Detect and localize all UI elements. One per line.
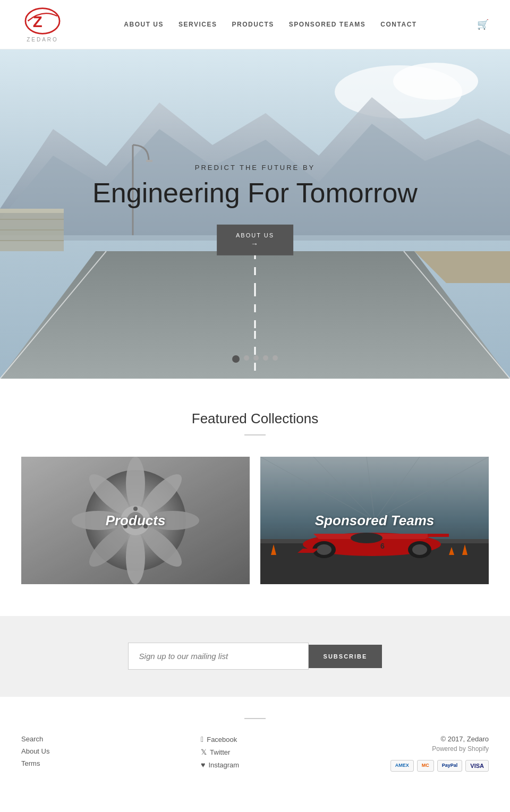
- footer-right-col: © 2017, Zedaro Powered by Shopify AMEX M…: [390, 735, 489, 772]
- mailing-input[interactable]: [128, 643, 309, 670]
- cart-button[interactable]: 🛒: [477, 19, 489, 30]
- featured-grid: Products: [21, 457, 489, 584]
- footer-divider: [244, 718, 266, 719]
- payment-paypal: PayPal: [437, 760, 463, 772]
- subscribe-button[interactable]: SUBSCRIBE: [309, 645, 382, 668]
- slider-dot-4[interactable]: [263, 355, 268, 361]
- footer-columns: Search About Us Terms  Facebook 𝕏 Twitt…: [21, 735, 489, 772]
- footer-left-col: Search About Us Terms: [21, 735, 49, 767]
- logo-icon: Z: [21, 6, 64, 36]
- hero-cta-button[interactable]: ABOUT US →: [217, 225, 293, 255]
- site-footer: Search About Us Terms  Facebook 𝕏 Twitt…: [0, 696, 510, 788]
- nav-sponsored[interactable]: SPONSORED TEAMS: [289, 21, 366, 28]
- footer-link-search[interactable]: Search: [21, 735, 49, 743]
- featured-card-teams[interactable]: 6 Sponsored Teams: [260, 457, 489, 584]
- footer-copyright: © 2017, Zedaro: [390, 735, 489, 743]
- hero-cta-arrow: →: [236, 240, 274, 248]
- payment-visa: VISA: [465, 760, 489, 772]
- hero-cta-label: ABOUT US: [236, 232, 274, 238]
- main-nav: ABOUT US SERVICES PRODUCTS SPONSORED TEA…: [124, 21, 416, 28]
- footer-link-about[interactable]: About Us: [21, 747, 49, 755]
- featured-card-products[interactable]: Products: [21, 457, 250, 584]
- slider-dot-2[interactable]: [244, 355, 249, 361]
- nav-products[interactable]: PRODUCTS: [232, 21, 274, 28]
- twitter-label: Twitter: [210, 748, 230, 756]
- payment-amex: AMEX: [390, 760, 414, 772]
- twitter-icon: 𝕏: [201, 748, 207, 756]
- hero-title: Engineering For Tomorrow: [92, 177, 418, 209]
- footer-instagram[interactable]: ♥ Instagram: [201, 760, 239, 769]
- payment-mastercard: MC: [417, 760, 434, 772]
- slider-dots: [232, 355, 278, 363]
- hero-subtitle: PREDICT THE FUTURE BY: [92, 164, 418, 172]
- footer-link-terms[interactable]: Terms: [21, 759, 49, 767]
- products-label: Products: [106, 512, 166, 529]
- teams-overlay: Sponsored Teams: [260, 457, 489, 584]
- nav-contact[interactable]: CONTACT: [380, 21, 416, 28]
- featured-title: Featured Collections: [21, 411, 489, 427]
- featured-section: Featured Collections: [0, 379, 510, 616]
- facebook-label: Facebook: [207, 736, 237, 743]
- slider-dot-1[interactable]: [232, 355, 240, 363]
- featured-divider: [244, 434, 266, 435]
- slider-dot-5[interactable]: [273, 355, 278, 361]
- logo[interactable]: Z ZEDARO: [21, 6, 64, 42]
- nav-about[interactable]: ABOUT US: [124, 21, 164, 28]
- nav-services[interactable]: SERVICES: [178, 21, 217, 28]
- teams-label: Sponsored Teams: [315, 512, 434, 529]
- payment-icons: AMEX MC PayPal VISA: [390, 760, 489, 772]
- facebook-icon: : [201, 735, 203, 743]
- slider-dot-3[interactable]: [253, 355, 259, 361]
- logo-text: ZEDARO: [27, 37, 58, 42]
- footer-facebook[interactable]:  Facebook: [201, 735, 239, 743]
- footer-social-col:  Facebook 𝕏 Twitter ♥ Instagram: [201, 735, 239, 769]
- instagram-label: Instagram: [208, 761, 239, 769]
- footer-twitter[interactable]: 𝕏 Twitter: [201, 748, 239, 756]
- svg-rect-13: [146, 160, 152, 162]
- hero-content: PREDICT THE FUTURE BY Engineering For To…: [92, 164, 418, 255]
- hero-section: PREDICT THE FUTURE BY Engineering For To…: [0, 49, 510, 379]
- svg-point-0: [26, 8, 60, 34]
- svg-point-4: [393, 63, 478, 100]
- footer-powered: Powered by Shopify: [390, 745, 489, 753]
- products-overlay: Products: [21, 457, 250, 584]
- instagram-icon: ♥: [201, 760, 205, 769]
- mailing-section: SUBSCRIBE: [0, 616, 510, 696]
- site-header: Z ZEDARO ABOUT US SERVICES PRODUCTS SPON…: [0, 0, 510, 49]
- svg-rect-8: [0, 209, 64, 213]
